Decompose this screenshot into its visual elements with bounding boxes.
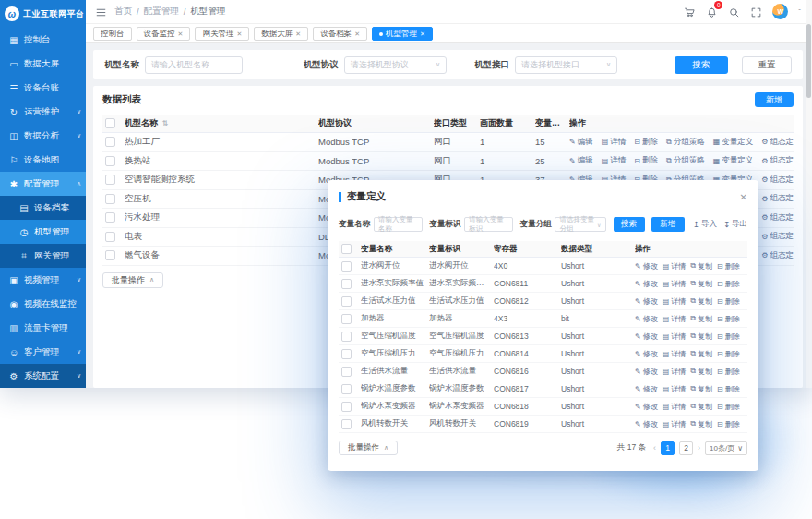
scrollbar-thumb[interactable] xyxy=(806,24,811,98)
search-icon[interactable] xyxy=(728,6,740,18)
row-action-link[interactable]: ✎ 修改 xyxy=(635,367,658,377)
select-all-checkbox[interactable] xyxy=(105,118,115,128)
row-action-link[interactable]: ⧉ 复制 xyxy=(690,261,712,272)
row-action-link[interactable]: ▤ 详情 xyxy=(663,332,687,342)
row-action-link[interactable]: ⧉ 复制 xyxy=(690,384,712,394)
add-button[interactable]: 新增 xyxy=(755,92,794,107)
row-action-link[interactable]: ⊟ 删除 xyxy=(717,419,740,429)
row-action-link[interactable]: ▦ 变量定义 xyxy=(713,155,754,166)
row-action-link[interactable]: ✎ 修改 xyxy=(635,349,658,359)
tab[interactable]: 网关管理 ✕ xyxy=(195,27,249,41)
sidebar-item[interactable]: ✱ 配置管理 ∧ xyxy=(0,172,86,196)
row-action-link[interactable]: ⚙ 组态定义 xyxy=(761,212,794,223)
row-action-link[interactable]: ⧉ 复制 xyxy=(690,402,712,412)
sidebar-item[interactable]: ▤ 设备档案 xyxy=(0,196,86,220)
row-action-link[interactable]: ✎ 修改 xyxy=(635,402,658,412)
row-checkbox[interactable] xyxy=(341,402,352,412)
row-action-link[interactable]: ⚙ 组态定义 xyxy=(761,155,794,166)
tab[interactable]: 控制台 ✕ xyxy=(93,27,132,41)
row-action-link[interactable]: ⧉ 复制 xyxy=(690,314,712,324)
row-action-link[interactable]: ▤ 详情 xyxy=(663,419,687,429)
sidebar-item[interactable]: ▭ 数据大屏 xyxy=(0,52,86,76)
prev-page-icon[interactable]: ‹ xyxy=(653,443,656,453)
row-checkbox[interactable] xyxy=(341,314,352,324)
row-action-link[interactable]: ▦ 变量定义 xyxy=(713,137,754,148)
row-action-link[interactable]: ⊟ 删除 xyxy=(717,261,740,272)
row-action-link[interactable]: ▤ 详情 xyxy=(602,155,627,166)
tab-close-icon[interactable]: ✕ xyxy=(354,30,360,38)
row-checkbox[interactable] xyxy=(105,250,115,260)
tab[interactable]: 机型管理 ✕ xyxy=(372,27,433,41)
row-action-link[interactable]: ✎ 修改 xyxy=(635,261,658,272)
row-action-link[interactable]: ⚙ 组态定义 xyxy=(761,175,794,186)
sidebar-item[interactable]: ◉ 视频在线监控 xyxy=(0,292,86,316)
sidebar-item[interactable]: ▦ 控制台 xyxy=(0,28,86,52)
row-action-link[interactable]: ▤ 详情 xyxy=(663,402,687,412)
batch-action-button[interactable]: 批量操作 ∧ xyxy=(102,272,163,288)
row-action-link[interactable]: ✎ 修改 xyxy=(635,296,658,307)
row-checkbox[interactable] xyxy=(341,349,352,359)
protocol-select[interactable]: 请选择机型协议 ∨ xyxy=(344,56,447,74)
next-page-icon[interactable]: › xyxy=(698,443,700,453)
tab[interactable]: 数据大屏 ✕ xyxy=(254,27,308,41)
tab[interactable]: 设备档案 ✕ xyxy=(313,27,367,41)
breadcrumb-home[interactable]: 首页 xyxy=(114,6,132,18)
tab-close-icon[interactable]: ✕ xyxy=(236,30,242,38)
row-action-link[interactable]: ⧉ 复制 xyxy=(690,296,712,307)
row-action-link[interactable]: ▤ 详情 xyxy=(663,367,687,377)
var-name-input[interactable]: 请输入变量名称 xyxy=(374,217,423,232)
row-action-link[interactable]: ✎ 修改 xyxy=(635,314,658,324)
row-action-link[interactable]: ⊟ 删除 xyxy=(717,402,740,412)
page-size-select[interactable]: 10条/页 ∨ xyxy=(705,441,747,455)
row-action-link[interactable]: ⊟ 删除 xyxy=(717,384,740,394)
row-action-link[interactable]: ✎ 修改 xyxy=(635,279,658,289)
row-action-link[interactable]: ⊟ 删除 xyxy=(717,349,740,359)
modal-add-button[interactable]: 新增 xyxy=(651,217,685,232)
row-action-link[interactable]: ✎ 编辑 xyxy=(569,155,593,166)
reset-button[interactable]: 重置 xyxy=(742,56,792,74)
scrollbar[interactable] xyxy=(806,0,812,388)
row-action-link[interactable]: ✎ 修改 xyxy=(635,384,658,394)
close-icon[interactable]: ✕ xyxy=(740,192,747,202)
bell-icon[interactable]: 0 xyxy=(706,6,718,18)
sidebar-item[interactable]: ▥ 流量卡管理 xyxy=(0,316,86,340)
sidebar-item[interactable]: ☺ 客户管理 ∨ xyxy=(0,340,86,364)
var-group-select[interactable]: 请选择变量分组 ∨ xyxy=(555,217,605,232)
interface-select[interactable]: 请选择机型接口 ∨ xyxy=(515,56,617,74)
hamburger-icon[interactable] xyxy=(95,6,107,18)
sidebar-item[interactable]: ↻ 运营维护 ∨ xyxy=(0,100,86,124)
row-action-link[interactable]: ⧉ 复制 xyxy=(690,332,712,342)
row-checkbox[interactable] xyxy=(105,156,115,166)
sidebar-item[interactable]: ◷ 机型管理 xyxy=(0,220,86,244)
row-action-link[interactable]: ▤ 详情 xyxy=(663,384,687,394)
row-action-link[interactable]: ▤ 详情 xyxy=(663,261,687,272)
export-link[interactable]: ↧ 导出 xyxy=(723,219,747,230)
chevron-down-icon[interactable]: ˇ xyxy=(798,7,801,16)
select-all-checkbox[interactable] xyxy=(341,244,352,254)
breadcrumb-config[interactable]: 配置管理 xyxy=(144,6,179,18)
row-action-link[interactable]: ⚙ 组态定义 xyxy=(761,231,794,242)
sidebar-item[interactable]: ⚙ 系统配置 ∨ xyxy=(0,364,86,388)
row-checkbox[interactable] xyxy=(105,212,115,223)
row-checkbox[interactable] xyxy=(105,175,115,185)
row-action-link[interactable]: ⊟ 删除 xyxy=(634,155,658,166)
import-link[interactable]: ↥ 导入 xyxy=(693,219,717,230)
tab[interactable]: 设备监控 ✕ xyxy=(137,27,191,41)
modal-search-button[interactable]: 搜索 xyxy=(614,217,645,232)
row-action-link[interactable]: ⧉ 复制 xyxy=(690,419,712,429)
tab-close-icon[interactable]: ✕ xyxy=(178,30,184,38)
row-action-link[interactable]: ⧉ 复制 xyxy=(690,349,712,359)
var-ident-input[interactable]: 请输入变量标识 xyxy=(464,217,513,232)
tab-close-icon[interactable]: ✕ xyxy=(295,30,301,38)
cart-icon[interactable] xyxy=(684,6,696,18)
row-checkbox[interactable] xyxy=(341,384,352,394)
row-checkbox[interactable] xyxy=(341,419,352,429)
row-action-link[interactable]: ▤ 详情 xyxy=(663,349,687,359)
sidebar-item[interactable]: ⌗ 网关管理 xyxy=(0,244,86,268)
row-checkbox[interactable] xyxy=(105,194,115,204)
row-action-link[interactable]: ⚙ 组态定义 xyxy=(761,250,794,261)
row-action-link[interactable]: ⚙ 组态定义 xyxy=(761,193,794,204)
row-action-link[interactable]: ⊟ 删除 xyxy=(634,137,658,148)
sidebar-item[interactable]: ⚐ 设备地图 xyxy=(0,148,86,172)
row-action-link[interactable]: ▤ 详情 xyxy=(602,137,627,148)
